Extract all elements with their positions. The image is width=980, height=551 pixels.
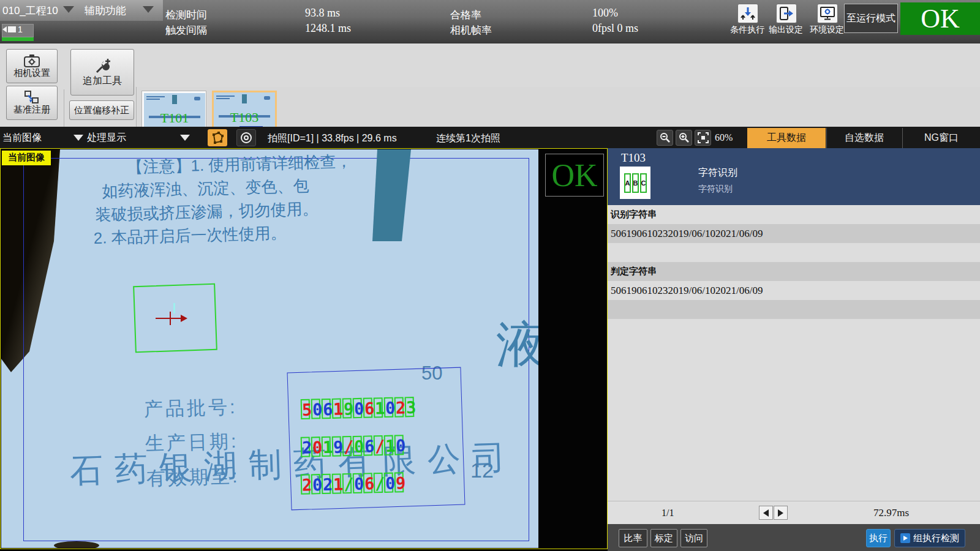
crosshair-v bbox=[170, 312, 171, 325]
live-view-button[interactable] bbox=[236, 129, 256, 146]
judge-string-value: 506190610232019/06/102021/06/09 bbox=[608, 281, 980, 300]
aux-dropdown-icon[interactable] bbox=[143, 6, 154, 13]
fit-screen-icon bbox=[698, 132, 709, 143]
image-canvas[interactable]: 【注意】1. 使用前请详细检查， 如药液浑浊、沉淀、变色、包 装破损或挤压渗漏，… bbox=[0, 148, 608, 549]
image-source-label: 当前图像 bbox=[2, 132, 42, 144]
recognized-string-value: 506190610232019/06/102021/06/09 bbox=[608, 224, 980, 243]
package-watermark-char: 液 bbox=[496, 312, 538, 378]
ocr-char: / bbox=[374, 435, 383, 455]
camera-setting-icon bbox=[24, 54, 40, 67]
ocr-char: 1 bbox=[384, 435, 394, 455]
image-corner-label: 当前图像 bbox=[2, 151, 51, 165]
ratio-button[interactable]: 比率 bbox=[619, 529, 647, 547]
calibration-button[interactable]: 标定 bbox=[650, 529, 677, 547]
tab-custom-data[interactable]: 自选数据 bbox=[826, 128, 902, 148]
overall-status-badge: OK bbox=[900, 2, 980, 35]
ocr-char: 3 bbox=[405, 397, 415, 417]
execute-button[interactable]: 执行 bbox=[866, 529, 891, 547]
condition-exec-button[interactable] bbox=[737, 4, 758, 23]
ocr-char: / bbox=[342, 436, 352, 456]
stat-value-inspect-time: 93.8 ms bbox=[305, 7, 340, 20]
tool-id-overlay: T101 bbox=[144, 110, 205, 126]
roi-display-button[interactable] bbox=[208, 129, 227, 146]
ocr-char: 6 bbox=[322, 399, 331, 419]
ocr-char: / bbox=[374, 473, 383, 493]
tool-header[interactable]: T103 ABC 字符识别 字符识别 bbox=[608, 148, 980, 205]
camera-number: 1 bbox=[18, 24, 23, 34]
env-setting-button[interactable] bbox=[817, 4, 838, 23]
match-origin-tick bbox=[173, 303, 175, 313]
camera-1-badge[interactable]: 1 bbox=[2, 24, 34, 37]
tab-tool-data[interactable]: 工具数据 bbox=[747, 128, 826, 148]
run-mode-button[interactable]: 至运行模式 bbox=[844, 4, 898, 33]
add-tool-label: 追加工具 bbox=[83, 75, 122, 88]
tab-ng-window[interactable]: NG窗口 bbox=[902, 128, 980, 148]
access-button[interactable]: 访问 bbox=[680, 529, 707, 547]
abc-letter: A bbox=[624, 173, 631, 193]
env-setting-label: 环境设定 bbox=[810, 24, 844, 36]
zoom-level: 60% bbox=[715, 132, 733, 143]
group-execute-label: 组执行检测 bbox=[913, 533, 959, 544]
ocr-char: 0 bbox=[311, 474, 321, 494]
tool-id-overlay: T103 bbox=[214, 110, 275, 126]
page-indicator: 1/1 bbox=[662, 508, 674, 519]
package-notice-text: 【注意】1. 使用前请详细检查， 如药液浑浊、沉淀、变色、包 装破损或挤压渗漏，… bbox=[91, 149, 354, 250]
ocr-char: 6 bbox=[363, 435, 373, 455]
package-page-number: 12 bbox=[470, 459, 494, 482]
camera-setting-label: 相机设置 bbox=[13, 67, 50, 79]
project-selector[interactable]: 010_工程10 bbox=[2, 4, 58, 18]
camera-setting-button[interactable]: 相机设置 bbox=[6, 49, 58, 83]
zoom-out-button[interactable] bbox=[657, 130, 673, 146]
zoom-in-icon bbox=[679, 132, 690, 143]
ocr-char: 2 bbox=[394, 397, 404, 417]
base-register-icon bbox=[24, 91, 40, 104]
project-dropdown-icon[interactable] bbox=[63, 6, 74, 13]
base-register-button[interactable]: 基准注册 bbox=[6, 86, 58, 120]
ocr-char: 0 bbox=[394, 435, 404, 455]
display-mode-dropdown[interactable]: 处理显示 bbox=[87, 129, 190, 147]
add-tool-icon bbox=[94, 58, 111, 75]
abc-letter: C bbox=[640, 173, 647, 193]
stat-value-trigger-interval: 1248.1 ms bbox=[305, 22, 351, 35]
ocr-row-exp-date: 2021/06/09 bbox=[301, 472, 405, 495]
position-offset-label: 位置偏移补正 bbox=[74, 105, 129, 116]
ocr-char: 0 bbox=[353, 473, 363, 493]
ocr-char: 0 bbox=[384, 473, 394, 493]
zoom-in-button[interactable] bbox=[676, 130, 692, 146]
output-setting-label: 输出设定 bbox=[769, 24, 803, 36]
ocr-char: 9 bbox=[332, 436, 342, 456]
result-pager: 1/1 72.97ms bbox=[608, 501, 980, 524]
position-offset-button[interactable]: 位置偏移补正 bbox=[69, 100, 134, 120]
photo-dark-blotch bbox=[54, 541, 99, 548]
field-lot-label: 产品批号: bbox=[143, 394, 238, 422]
ocr-char: 2 bbox=[322, 474, 331, 494]
image-source-dropdown[interactable]: 当前图像 bbox=[2, 129, 83, 147]
condition-exec-icon bbox=[741, 6, 755, 21]
output-setting-button[interactable] bbox=[776, 4, 797, 23]
exec-time: 72.97ms bbox=[873, 507, 909, 519]
group-execute-button[interactable]: 组执行检测 bbox=[894, 529, 965, 547]
setup-toolbar: 相机设置 基准注册 追加工具 位置偏移补正 bbox=[0, 43, 980, 127]
ocr-char: 6 bbox=[363, 398, 373, 418]
ocr-char: 9 bbox=[394, 472, 404, 492]
recognized-string-header: 识别字符串 bbox=[608, 205, 980, 224]
ocr-char: 9 bbox=[342, 398, 352, 418]
stat-label-inspect-time: 检测时间 bbox=[165, 8, 207, 22]
add-tool-button[interactable]: 追加工具 bbox=[70, 49, 134, 96]
ocr-char: 5 bbox=[301, 399, 311, 419]
env-setting-icon bbox=[820, 6, 835, 21]
tool-type: 字符识别 bbox=[698, 167, 737, 179]
abc-letter: B bbox=[632, 173, 639, 193]
aux-menu[interactable]: 辅助功能 bbox=[85, 4, 126, 18]
aperture-icon bbox=[240, 132, 252, 144]
next-result-button[interactable] bbox=[774, 506, 788, 520]
chevron-down-icon bbox=[74, 135, 83, 141]
stat-value-pass-rate: 100% bbox=[592, 7, 618, 20]
field-mfg-label: 生产日期: bbox=[145, 429, 239, 457]
ocr-char: 2 bbox=[301, 437, 311, 457]
fit-screen-button[interactable] bbox=[695, 130, 711, 146]
prev-result-button[interactable] bbox=[759, 506, 773, 520]
tool-id: T103 bbox=[621, 151, 646, 165]
ocr-char: / bbox=[342, 473, 352, 493]
ocr-row-mfg-date: 2019/06/10 bbox=[301, 435, 405, 457]
